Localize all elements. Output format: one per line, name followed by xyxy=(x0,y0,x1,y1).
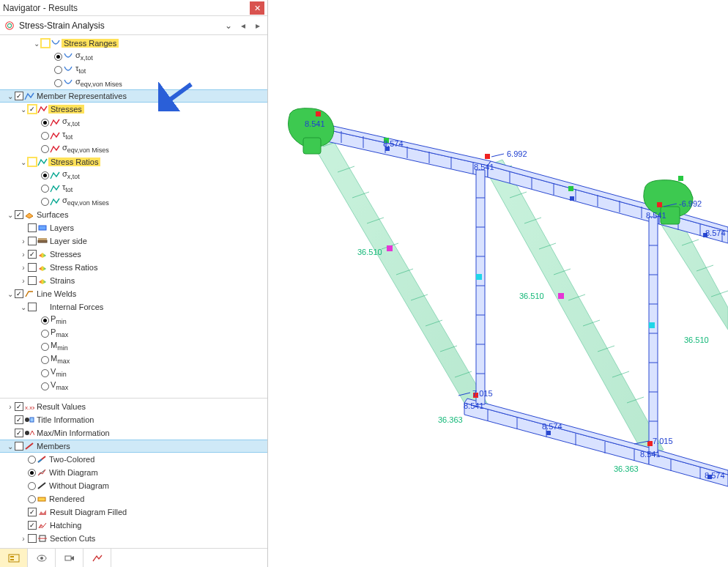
checkbox[interactable]: ✓ xyxy=(15,210,23,219)
radio[interactable] xyxy=(41,369,49,377)
radio[interactable] xyxy=(41,382,49,390)
tree-row[interactable]: Pmax xyxy=(0,327,267,340)
tree-row[interactable]: σeqv,von Mises xyxy=(0,76,267,89)
expander-icon[interactable]: › xyxy=(19,250,28,259)
checkbox[interactable] xyxy=(28,237,37,245)
tree-row[interactable]: Mmax xyxy=(0,353,267,366)
radio[interactable] xyxy=(28,482,36,490)
checkbox[interactable] xyxy=(28,158,37,166)
tab-navigator-icon[interactable] xyxy=(0,549,28,568)
tree-row[interactable]: τtot xyxy=(0,182,267,195)
prev-icon[interactable]: ◂ xyxy=(238,21,248,31)
tree-row[interactable]: ›✓ x.xxResult Values xyxy=(0,400,267,413)
analysis-selector[interactable]: Stress-Strain Analysis ⌄ ◂ ▸ xyxy=(0,16,267,35)
tree-row[interactable]: Rendered xyxy=(0,492,267,505)
expander-icon[interactable]: › xyxy=(19,263,28,272)
tab-eye-icon[interactable] xyxy=(28,549,56,568)
model-viewport[interactable]: 8.5418.5746.9928.541-6.9928.5418.57436.5… xyxy=(268,0,728,567)
checkbox[interactable] xyxy=(28,223,37,232)
expander-icon[interactable]: ⌄ xyxy=(6,92,15,100)
tab-camera-icon[interactable] xyxy=(56,549,83,568)
expander-icon[interactable]: ⌄ xyxy=(6,442,15,451)
expander-icon[interactable]: ⌄ xyxy=(19,303,28,311)
expander-icon[interactable]: ⌄ xyxy=(6,210,15,219)
radio[interactable] xyxy=(41,198,49,206)
radio[interactable] xyxy=(54,66,62,74)
expander-icon[interactable]: ⌄ xyxy=(6,289,15,298)
tree-row[interactable]: ›✓ Stresses xyxy=(0,248,267,261)
expander-icon[interactable]: › xyxy=(6,402,15,411)
radio[interactable] xyxy=(41,356,49,364)
tree-row[interactable]: Two-Colored xyxy=(0,453,267,466)
tree-row[interactable]: τtot xyxy=(0,63,267,76)
radio[interactable] xyxy=(41,330,49,338)
tree-row[interactable]: σx,tot xyxy=(0,50,267,63)
radio[interactable] xyxy=(28,495,36,503)
tree-row[interactable]: › Strains xyxy=(0,274,267,287)
checkbox[interactable] xyxy=(41,39,50,48)
tree-row[interactable]: ⌄ Stress Ratios xyxy=(0,155,267,168)
radio[interactable] xyxy=(41,132,49,140)
next-icon[interactable]: ▸ xyxy=(253,21,263,31)
checkbox[interactable]: ✓ xyxy=(15,289,23,298)
expander-icon[interactable]: ⌄ xyxy=(19,158,28,166)
tree-row[interactable]: Vmax xyxy=(0,379,267,393)
checkbox[interactable]: ✓ xyxy=(28,105,37,114)
expander-icon[interactable]: › xyxy=(19,276,28,285)
checkbox[interactable]: ✓ xyxy=(28,250,37,259)
tree-row[interactable]: ⌄ Members xyxy=(0,440,267,453)
checkbox[interactable] xyxy=(28,534,37,543)
tab-results-icon[interactable] xyxy=(83,549,111,568)
tree-row[interactable]: › Section Cuts xyxy=(0,532,267,545)
tree-row[interactable]: ✓ Result Diagram Filled xyxy=(0,505,267,519)
checkbox[interactable]: ✓ xyxy=(15,415,23,424)
tree-row[interactable]: σeqv,von Mises xyxy=(0,142,267,155)
dropdown-caret-icon[interactable]: ⌄ xyxy=(223,21,234,31)
checkbox[interactable]: ✓ xyxy=(15,429,23,437)
close-icon[interactable]: ✕ xyxy=(250,1,264,15)
checkbox[interactable] xyxy=(28,303,37,311)
checkbox[interactable]: ✓ xyxy=(28,508,37,516)
checkbox[interactable] xyxy=(15,442,23,451)
results-tree[interactable]: ⌄ Stress Ranges σx,tot τtot σeqv,von Mis… xyxy=(0,35,267,398)
radio[interactable] xyxy=(41,171,49,179)
radio[interactable] xyxy=(54,79,62,87)
radio[interactable] xyxy=(41,119,49,127)
radio[interactable] xyxy=(28,469,36,477)
tree-row[interactable]: › Stress Ratios xyxy=(0,261,267,274)
tree-row[interactable]: Mmin xyxy=(0,340,267,353)
tree-row[interactable]: ⌄ Stress Ranges xyxy=(0,37,267,50)
radio[interactable] xyxy=(54,53,62,61)
radio[interactable] xyxy=(41,316,49,325)
radio[interactable] xyxy=(41,185,49,193)
tree-row[interactable]: ✓ Max/Min Information xyxy=(0,426,267,440)
checkbox[interactable]: ✓ xyxy=(15,402,23,411)
tree-row[interactable]: τtot xyxy=(0,129,267,142)
tree-row[interactable]: σeqv,von Mises xyxy=(0,195,267,208)
checkbox[interactable] xyxy=(28,263,37,272)
checkbox[interactable] xyxy=(28,276,37,285)
radio[interactable] xyxy=(41,145,49,153)
expander-icon[interactable]: › xyxy=(19,237,28,245)
tree-row[interactable]: σx,tot xyxy=(0,116,267,129)
tree-row[interactable]: ✓ Hatching xyxy=(0,519,267,532)
radio[interactable] xyxy=(28,456,36,464)
tree-row[interactable]: σx,tot xyxy=(0,168,267,182)
tree-row[interactable]: Pmin xyxy=(0,314,267,327)
tree-row[interactable]: ⌄✓ Stresses xyxy=(0,103,267,116)
tree-row[interactable]: ⌄✓ Member Representatives xyxy=(0,89,267,103)
tree-row[interactable]: With Diagram xyxy=(0,466,267,479)
expander-icon[interactable]: ⌄ xyxy=(32,39,41,48)
tree-row[interactable]: ✓ Title Information xyxy=(0,413,267,426)
tree-row[interactable]: › Layer side xyxy=(0,234,267,248)
tree-row[interactable]: ⌄✓ Line Welds xyxy=(0,287,267,300)
tree-row[interactable]: ⌄ Internal Forces xyxy=(0,300,267,314)
display-options-tree[interactable]: ›✓ x.xxResult Values✓ Title Information✓… xyxy=(0,398,267,548)
tree-row[interactable]: Without Diagram xyxy=(0,479,267,492)
tree-row[interactable]: Layers xyxy=(0,221,267,234)
expander-icon[interactable]: › xyxy=(19,534,28,543)
expander-icon[interactable]: ⌄ xyxy=(19,105,28,114)
checkbox[interactable]: ✓ xyxy=(28,521,37,530)
tree-row[interactable]: ⌄✓ Surfaces xyxy=(0,208,267,221)
checkbox[interactable]: ✓ xyxy=(15,92,23,100)
